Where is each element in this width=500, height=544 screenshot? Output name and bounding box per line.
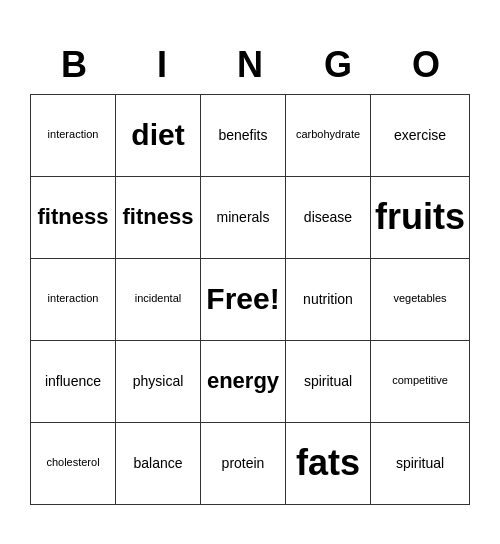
bingo-cell: fitness [116, 177, 201, 259]
header-letter: B [30, 40, 118, 90]
bingo-cell: balance [116, 423, 201, 505]
bingo-cell: diet [116, 95, 201, 177]
cell-text: fats [296, 441, 360, 484]
bingo-cell: interaction [31, 259, 116, 341]
bingo-cell: energy [201, 341, 286, 423]
bingo-grid: interactiondietbenefitscarbohydrateexerc… [30, 94, 470, 505]
cell-text: cholesterol [46, 456, 99, 469]
bingo-cell: benefits [201, 95, 286, 177]
bingo-cell: nutrition [286, 259, 371, 341]
cell-text: interaction [48, 292, 99, 305]
bingo-cell: incidental [116, 259, 201, 341]
cell-text: physical [133, 373, 184, 390]
cell-text: spiritual [396, 455, 444, 472]
cell-text: protein [222, 455, 265, 472]
cell-text: spiritual [304, 373, 352, 390]
header-letter: I [118, 40, 206, 90]
bingo-cell: physical [116, 341, 201, 423]
cell-text: balance [133, 455, 182, 472]
bingo-cell: spiritual [371, 423, 470, 505]
cell-text: interaction [48, 128, 99, 141]
cell-text: fitness [123, 204, 194, 230]
cell-text: fitness [38, 204, 109, 230]
bingo-cell: cholesterol [31, 423, 116, 505]
cell-text: energy [207, 368, 279, 394]
bingo-cell: protein [201, 423, 286, 505]
cell-text: Free! [206, 281, 279, 317]
cell-text: disease [304, 209, 352, 226]
cell-text: vegetables [393, 292, 446, 305]
cell-text: nutrition [303, 291, 353, 308]
cell-text: diet [131, 117, 184, 153]
bingo-cell: Free! [201, 259, 286, 341]
bingo-cell: spiritual [286, 341, 371, 423]
bingo-cell: carbohydrate [286, 95, 371, 177]
cell-text: influence [45, 373, 101, 390]
cell-text: exercise [394, 127, 446, 144]
bingo-cell: vegetables [371, 259, 470, 341]
bingo-cell: fats [286, 423, 371, 505]
bingo-cell: disease [286, 177, 371, 259]
bingo-cell: fruits [371, 177, 470, 259]
cell-text: minerals [217, 209, 270, 226]
bingo-header: BINGO [30, 40, 470, 90]
bingo-card: BINGO interactiondietbenefitscarbohydrat… [20, 30, 480, 515]
cell-text: competitive [392, 374, 448, 387]
header-letter: N [206, 40, 294, 90]
bingo-cell: minerals [201, 177, 286, 259]
header-letter: G [294, 40, 382, 90]
cell-text: incidental [135, 292, 181, 305]
cell-text: carbohydrate [296, 128, 360, 141]
bingo-cell: influence [31, 341, 116, 423]
cell-text: fruits [375, 195, 465, 238]
bingo-cell: interaction [31, 95, 116, 177]
bingo-cell: exercise [371, 95, 470, 177]
bingo-cell: competitive [371, 341, 470, 423]
header-letter: O [382, 40, 470, 90]
bingo-cell: fitness [31, 177, 116, 259]
cell-text: benefits [218, 127, 267, 144]
